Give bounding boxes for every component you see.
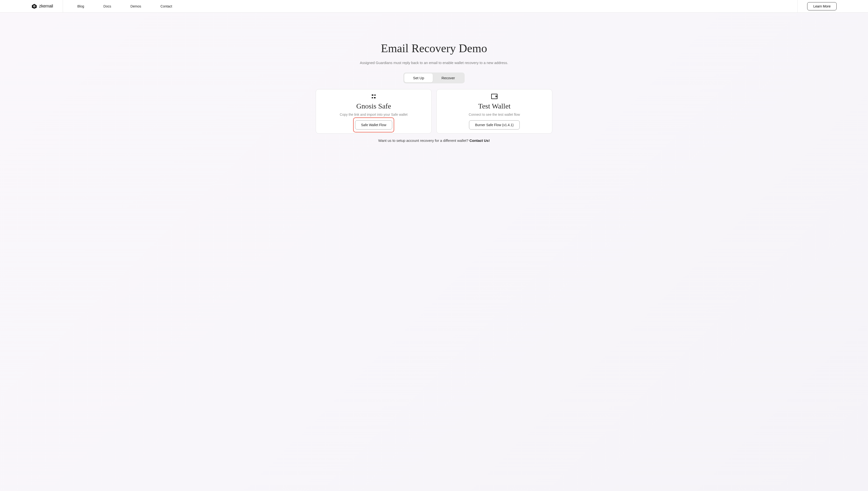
svg-point-1 — [34, 6, 35, 7]
toggle-container: Set Up Recover — [403, 73, 465, 83]
toggle-setup[interactable]: Set Up — [404, 74, 433, 82]
svg-rect-5 — [374, 94, 376, 96]
main-content: Email Recovery Demo Assigned Guardians m… — [0, 12, 868, 143]
nav-demos[interactable]: Demos — [130, 4, 141, 8]
logo-section[interactable]: zkemail — [0, 0, 63, 12]
learn-more-button[interactable]: Learn More — [807, 2, 837, 10]
page-title: Email Recovery Demo — [381, 41, 487, 55]
nav-section: Blog Docs Demos Contact — [63, 0, 798, 12]
test-wallet-card-subtitle: Connect to see the test wallet flow — [469, 113, 520, 116]
svg-rect-4 — [372, 97, 373, 98]
nav-docs[interactable]: Docs — [103, 4, 111, 8]
svg-rect-2 — [372, 94, 373, 96]
logo-text: zkemail — [39, 4, 53, 9]
gnosis-safe-icon — [371, 94, 376, 99]
gnosis-card-title: Gnosis Safe — [356, 102, 391, 110]
header: zkemail Blog Docs Demos Contact Learn Mo… — [0, 0, 868, 12]
gnosis-safe-card: Gnosis Safe Copy the link and import int… — [316, 89, 432, 134]
wallet-icon — [491, 94, 497, 99]
action-section: Learn More — [798, 2, 868, 10]
gnosis-card-subtitle: Copy the link and import into your Safe … — [340, 113, 408, 116]
test-wallet-card-title: Test Wallet — [478, 102, 510, 110]
footer-text: Want us to setup account recovery for a … — [378, 139, 490, 143]
footer-prompt: Want us to setup account recovery for a … — [378, 139, 469, 143]
svg-point-8 — [496, 96, 497, 97]
test-wallet-card: Test Wallet Connect to see the test wall… — [436, 89, 552, 134]
svg-rect-3 — [374, 97, 376, 98]
safe-wallet-flow-button[interactable]: Safe Wallet Flow — [355, 120, 393, 129]
page-subtitle: Assigned Guardians must reply back to an… — [360, 61, 508, 65]
contact-us-link[interactable]: Contact Us! — [469, 139, 490, 143]
zkemail-logo-icon — [31, 3, 37, 9]
nav-blog[interactable]: Blog — [78, 4, 84, 8]
burner-safe-flow-button[interactable]: Burner Safe Flow (v1.4.1) — [469, 120, 520, 129]
toggle-recover[interactable]: Recover — [433, 74, 464, 82]
nav-contact[interactable]: Contact — [160, 4, 172, 8]
cards-container: Gnosis Safe Copy the link and import int… — [316, 89, 552, 134]
